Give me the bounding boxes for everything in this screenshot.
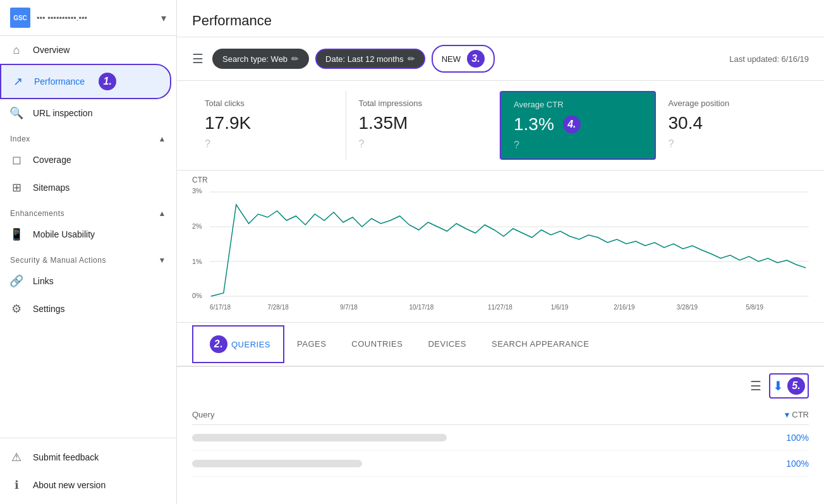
tab-search-appearance-label: SEARCH APPEARANCE — [492, 339, 589, 349]
enhancements-chevron-icon: ▲ — [159, 209, 166, 218]
query-text-1 — [192, 434, 447, 441]
download-icon[interactable]: ⬇ — [773, 378, 784, 393]
total-clicks-help-icon[interactable]: ? — [205, 138, 333, 150]
sidebar-item-mobile-label: Mobile Usability — [33, 229, 95, 239]
svg-text:9/7/18: 9/7/18 — [340, 304, 358, 311]
coverage-icon: ◻ — [10, 153, 23, 166]
table-row: 100% — [192, 451, 809, 477]
tab-countries-label: COUNTRIES — [351, 339, 403, 349]
info-icon: ℹ — [10, 479, 23, 491]
chart-area: CTR 3% 2% 1% 0% 6/17/18 7/28/18 9/7/18 1 — [177, 171, 824, 323]
annotation-4: 4. — [563, 116, 581, 133]
sitemaps-icon: ⊞ — [10, 181, 23, 194]
table-header: Query ▼ CTR — [192, 405, 809, 425]
site-name: ••• ••••••••••.••• — [37, 13, 87, 23]
svg-text:7/28/18: 7/28/18 — [268, 304, 289, 311]
svg-text:2/16/19: 2/16/19 — [614, 304, 635, 311]
table-area: ☰ ⬇ 5. Query ▼ CTR 100% 100% — [177, 367, 824, 504]
main-content: Performance ☰ Search type: Web ✏ Date: L… — [177, 0, 824, 504]
table-actions: ☰ ⬇ 5. — [192, 367, 809, 405]
query-text-2 — [192, 460, 362, 467]
sidebar-nav: ⌂ Overview ↗ Performance 1. 🔍 URL inspec… — [0, 36, 176, 438]
total-impressions-card[interactable]: Total impressions 1.35M ? — [346, 91, 500, 160]
date-chip[interactable]: Date: Last 12 months ✏ — [315, 49, 425, 69]
sidebar-bottom: ⚠ Submit feedback ℹ About new version — [0, 438, 176, 504]
tab-search-appearance[interactable]: SEARCH APPEARANCE — [479, 330, 602, 359]
submit-feedback-label: Submit feedback — [33, 452, 99, 462]
tab-queries-label: QUERIES — [231, 340, 270, 349]
sidebar-header: GSC ••• ••••••••••.••• ▾ — [0, 0, 176, 36]
sidebar-item-url-inspection[interactable]: 🔍 URL inspection — [0, 99, 171, 127]
avg-position-card[interactable]: Average position 30.4 ? — [656, 91, 809, 160]
total-clicks-value: 17.9K — [205, 113, 333, 133]
svg-text:5/8/19: 5/8/19 — [746, 304, 763, 311]
sidebar-item-coverage[interactable]: ◻ Coverage — [0, 146, 171, 174]
sidebar-item-links-label: Links — [33, 276, 54, 286]
svg-text:11/27/18: 11/27/18 — [488, 304, 512, 311]
svg-text:1/6/19: 1/6/19 — [551, 304, 569, 311]
site-dropdown-icon[interactable]: ▾ — [161, 12, 166, 24]
download-highlighted-box: ⬇ 5. — [769, 373, 809, 399]
sidebar-item-settings[interactable]: ⚙ Settings — [0, 295, 171, 323]
filter-icon[interactable]: ☰ — [192, 51, 203, 66]
enhancements-section-header[interactable]: Enhancements ▲ — [0, 201, 176, 220]
col-ctr: ▼ CTR — [758, 410, 809, 419]
annotation-2: 2. — [210, 335, 227, 353]
tab-queries[interactable]: 2. QUERIES — [192, 325, 284, 363]
avg-ctr-help-icon[interactable]: ? — [514, 140, 642, 151]
total-clicks-label: Total clicks — [205, 99, 333, 108]
col-query: Query — [192, 410, 758, 419]
sidebar-item-links[interactable]: 🔗 Links — [0, 267, 171, 295]
total-impressions-help-icon[interactable]: ? — [359, 138, 487, 150]
new-badge[interactable]: NEW 3. — [432, 45, 495, 73]
sidebar-item-sitemaps[interactable]: ⊞ Sitemaps — [0, 174, 171, 201]
annotation-1: 1. — [99, 73, 116, 90]
avg-ctr-label: Average CTR — [514, 100, 642, 109]
security-section-header[interactable]: Security & Manual Actions ▼ — [0, 248, 176, 267]
avg-ctr-value: 1.3% — [514, 114, 554, 135]
sidebar-item-coverage-label: Coverage — [33, 155, 71, 165]
about-new-version-label: About new version — [33, 480, 106, 490]
avg-ctr-card[interactable]: Average CTR 1.3% 4. ? — [500, 91, 656, 160]
avg-position-value: 30.4 — [669, 113, 797, 133]
tab-pages[interactable]: PAGES — [284, 330, 339, 359]
new-badge-label: NEW — [442, 54, 461, 64]
submit-feedback-button[interactable]: ⚠ Submit feedback — [0, 443, 176, 471]
mobile-icon: 📱 — [10, 228, 23, 241]
tab-pages-label: PAGES — [297, 339, 326, 349]
trending-icon: ↗ — [11, 75, 24, 88]
sidebar-item-mobile-usability[interactable]: 📱 Mobile Usability — [0, 220, 171, 248]
svg-text:1%: 1% — [192, 258, 202, 265]
security-chevron-icon: ▼ — [159, 256, 166, 265]
avg-position-help-icon[interactable]: ? — [669, 138, 797, 150]
security-section-label: Security & Manual Actions — [10, 256, 106, 265]
filter-rows-icon[interactable]: ☰ — [750, 378, 761, 393]
total-clicks-card[interactable]: Total clicks 17.9K ? — [192, 91, 346, 160]
links-icon: 🔗 — [10, 275, 23, 287]
last-updated: Last updated: 6/16/19 — [729, 54, 809, 64]
about-new-version-button[interactable]: ℹ About new version — [0, 471, 176, 499]
chart-container: 3% 2% 1% 0% 6/17/18 7/28/18 9/7/18 10/17… — [192, 186, 809, 312]
index-chevron-icon: ▲ — [159, 135, 166, 143]
svg-text:2%: 2% — [192, 222, 202, 230]
enhancements-section-label: Enhancements — [10, 209, 64, 218]
tab-countries[interactable]: COUNTRIES — [339, 330, 415, 359]
search-type-label: Search type: Web — [222, 54, 288, 64]
sidebar: GSC ••• ••••••••••.••• ▾ ⌂ Overview ↗ Pe… — [0, 0, 177, 504]
index-section-header[interactable]: Index ▲ — [0, 127, 176, 146]
search-type-chip[interactable]: Search type: Web ✏ — [212, 49, 309, 69]
avg-position-label: Average position — [669, 99, 797, 108]
search-icon: 🔍 — [10, 107, 23, 119]
query-cell-2 — [192, 460, 758, 467]
edit-search-type-icon: ✏ — [291, 54, 299, 64]
sidebar-item-overview[interactable]: ⌂ Overview — [0, 36, 171, 64]
query-cell-1 — [192, 434, 758, 441]
settings-icon: ⚙ — [10, 303, 23, 315]
toolbar: ☰ Search type: Web ✏ Date: Last 12 month… — [177, 37, 824, 81]
page-title: Performance — [177, 0, 824, 37]
svg-text:6/17/18: 6/17/18 — [210, 304, 231, 311]
table-row: 100% — [192, 425, 809, 451]
logo: GSC — [10, 8, 30, 28]
tab-devices[interactable]: DEVICES — [415, 330, 479, 359]
sidebar-item-performance[interactable]: ↗ Performance 1. — [0, 64, 171, 99]
